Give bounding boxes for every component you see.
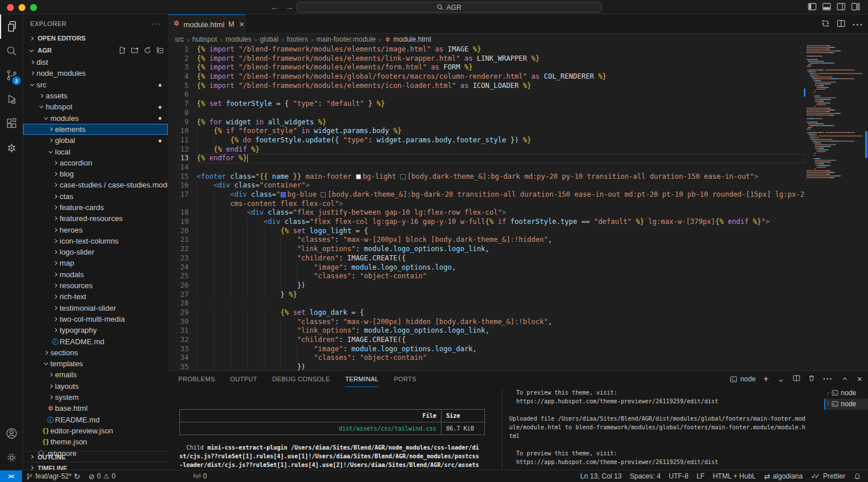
breadcrumb[interactable]: src›hubspot›modules›global›footers›main-… [175, 34, 811, 45]
minimap[interactable] [807, 45, 862, 370]
cursor-position-item[interactable]: Ln 13, Col 13 [576, 470, 626, 482]
encoding-item[interactable]: UTF-8 [665, 470, 693, 482]
tree-item-modals[interactable]: modals [23, 269, 168, 280]
search-icon[interactable] [0, 39, 23, 63]
tree-item-accordion[interactable]: accordion [23, 157, 168, 168]
close-tab-icon[interactable]: × [240, 20, 244, 28]
tree-item-blog[interactable]: blog [23, 168, 168, 179]
tree-item-modules[interactable]: modules [23, 112, 168, 123]
toggle-secondary-sidebar-icon[interactable] [837, 2, 845, 11]
customize-layout-icon[interactable] [851, 2, 860, 11]
tree-item-src[interactable]: src [23, 79, 168, 90]
panel-tab-problems[interactable]: PROBLEMS [178, 371, 215, 387]
tree-item-local[interactable]: local [23, 146, 168, 157]
tree-item-resources[interactable]: resources [23, 280, 168, 291]
explorer-more-actions-icon[interactable]: ··· [152, 19, 161, 28]
terminal-dropdown-icon[interactable] [776, 375, 785, 383]
terminal-tab-node[interactable]: ┌node [824, 387, 868, 399]
split-editor-icon[interactable] [837, 19, 845, 30]
settings-gear-icon[interactable] [0, 446, 23, 470]
remote-indicator[interactable]: >< [0, 470, 22, 482]
tree-item-icon-text-columns[interactable]: icon-text-columns [23, 236, 168, 246]
kill-terminal-icon[interactable] [808, 374, 815, 384]
close-window-button[interactable] [7, 4, 14, 11]
tree-item-heroes[interactable]: heroes [23, 224, 168, 235]
tree-item-rich-text[interactable]: rich-text [23, 291, 168, 302]
tree-item-readme-md[interactable]: iREADME.md [23, 414, 168, 425]
tree-item-assets[interactable]: assets [23, 90, 168, 101]
refresh-explorer-icon[interactable] [144, 46, 152, 54]
tree-item-theme-json[interactable]: {}theme.json [23, 436, 168, 447]
tree-item-node-modules[interactable]: node_modules [23, 68, 168, 79]
tree-item-two-col-multi-media[interactable]: two-col-multi-media [23, 314, 168, 325]
panel-tab-output[interactable]: OUTPUT [230, 371, 258, 387]
tree-item-ctas[interactable]: ctas [23, 191, 168, 202]
maximize-panel-icon[interactable] [840, 375, 849, 383]
prettier-item[interactable]: ✓✓Prettier [807, 470, 849, 482]
navigate-forward-icon[interactable]: → [283, 1, 296, 13]
tree-item-editor-preview-json[interactable]: {}editor-preview.json [23, 425, 168, 436]
problems-item[interactable]: ⊘ 0 ⚠ 0 [84, 470, 120, 482]
open-editors-section[interactable]: OPEN EDITORS [23, 32, 168, 44]
ports-item[interactable]: 0 [189, 470, 211, 482]
close-panel-icon[interactable]: × [857, 375, 862, 383]
editor-more-actions-icon[interactable]: ··· [852, 20, 863, 30]
terminal-pane-hubspot[interactable]: To preview this theme, visit: https://ap… [502, 388, 823, 469]
hubspot-extension-icon[interactable] [0, 136, 23, 160]
workspace-root-section[interactable]: AGR [23, 44, 168, 57]
new-file-icon[interactable] [118, 46, 126, 54]
tree-item-hubspot[interactable]: hubspot [23, 101, 168, 112]
tree-item-global[interactable]: global [23, 135, 168, 146]
toggle-sidebar-icon[interactable] [808, 2, 816, 11]
tree-item-sections[interactable]: sections [23, 347, 168, 358]
terminal-pane-webpack[interactable]: File Size dist/assets/css/tailwind.css 8… [174, 388, 489, 469]
timeline-section[interactable]: TIMELINE [23, 462, 168, 470]
git-branch-item[interactable]: feat/agr-52* ↻ [22, 470, 84, 482]
tree-item-emails[interactable]: emails [23, 369, 168, 380]
navigate-back-icon[interactable]: ← [269, 1, 281, 13]
run-debug-icon[interactable] [0, 87, 23, 112]
open-changes-icon[interactable] [821, 19, 830, 30]
tree-item-map[interactable]: map [23, 257, 168, 268]
source-control-icon[interactable]: 2 [0, 63, 23, 87]
accounts-icon[interactable] [0, 421, 23, 446]
panel-more-actions-icon[interactable]: ··· [823, 375, 833, 383]
breadcrumb-item[interactable]: modules [225, 35, 251, 43]
toggle-panel-icon[interactable] [822, 2, 831, 11]
breadcrumb-item[interactable]: module.html [384, 35, 431, 43]
tree-item-base-html[interactable]: base.html [23, 403, 168, 414]
terminal-tab-node[interactable]: └node [824, 399, 868, 410]
new-terminal-icon[interactable]: + [763, 375, 768, 383]
tree-item-case-studies-case-studies-module[interactable]: case-studies / case-studies.module [23, 179, 168, 190]
tree-item-feature-cards[interactable]: feature-cards [23, 202, 168, 213]
tree-item-layouts[interactable]: layouts [23, 381, 168, 392]
tree-item-typography[interactable]: typography [23, 325, 168, 336]
panel-tab-debug-console[interactable]: DEBUG CONSOLE [273, 371, 330, 387]
tree-item-testimonial-slider[interactable]: testimonial-slider [23, 303, 168, 314]
tab-module-html[interactable]: module.html M × [168, 14, 245, 34]
terminal-profile-label[interactable]: node [730, 375, 756, 383]
tree-item-dist[interactable]: dist [23, 57, 168, 68]
split-terminal-icon[interactable] [793, 374, 800, 384]
hubspot-account-item[interactable]: ⇄algodiana [760, 470, 807, 482]
breadcrumb-item[interactable]: src [175, 35, 184, 43]
tree-item-logo-slider[interactable]: logo-slider [23, 246, 168, 257]
tree-item-templates[interactable]: templates [23, 358, 168, 369]
tree-item-readme-md[interactable]: iREADME.md [23, 336, 168, 347]
tree-item-elements[interactable]: elements [23, 124, 168, 135]
breadcrumb-item[interactable]: footers [286, 35, 308, 43]
outline-section[interactable]: OUTLINE [23, 451, 168, 462]
minimize-window-button[interactable] [19, 4, 25, 11]
indentation-item[interactable]: Spaces: 4 [626, 470, 664, 482]
eol-item[interactable]: LF [693, 470, 709, 482]
breadcrumb-item[interactable]: hubspot [192, 35, 217, 43]
panel-tab-ports[interactable]: PORTS [393, 371, 416, 387]
command-center-search[interactable]: AGR [297, 2, 602, 13]
extensions-icon[interactable] [0, 112, 23, 136]
code-editor[interactable]: 1{% import "/blend-framework/modules/ele… [168, 45, 804, 370]
new-folder-icon[interactable] [131, 46, 139, 54]
collapse-folders-icon[interactable] [156, 46, 164, 54]
tree-item-system[interactable]: system [23, 392, 168, 403]
panel-tab-terminal[interactable]: TERMINAL [345, 371, 378, 387]
language-mode-item[interactable]: HTML + HubL [709, 470, 760, 482]
